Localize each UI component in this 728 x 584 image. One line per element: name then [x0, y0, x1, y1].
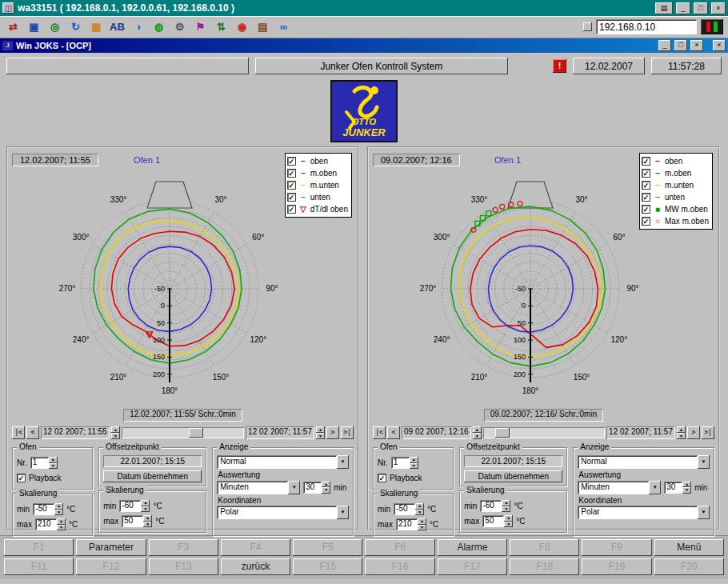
- function-key-f19[interactable]: F19: [582, 558, 651, 575]
- maximize-button[interactable]: □: [694, 2, 708, 14]
- function-key-zurück[interactable]: zurück: [221, 558, 290, 575]
- offset-max-spinner[interactable]: 50 ▲ ▼: [122, 515, 152, 527]
- minimize-button[interactable]: _: [676, 2, 690, 14]
- network-icon[interactable]: ◍: [149, 18, 169, 36]
- scroll-track[interactable]: [122, 427, 244, 438]
- spin-up-icon[interactable]: ▲: [111, 426, 120, 433]
- legend-item[interactable]: ✓–m.oben: [642, 167, 709, 179]
- spin-up-icon[interactable]: ▲: [415, 503, 424, 510]
- legend-item[interactable]: ✓–unten: [287, 191, 348, 203]
- function-key-alarme[interactable]: Alarme: [438, 539, 507, 556]
- function-key-f15[interactable]: F15: [293, 558, 362, 575]
- function-key-f6[interactable]: F6: [365, 539, 434, 556]
- legend-item[interactable]: ✓▽dT/dl oben: [287, 203, 348, 215]
- legend-item[interactable]: ✓–m.unten: [287, 179, 348, 191]
- spin-down-icon[interactable]: ▼: [418, 525, 426, 531]
- app-close-button[interactable]: ×: [690, 40, 703, 51]
- window-icon[interactable]: ▣: [24, 18, 44, 36]
- function-key-f11[interactable]: F11: [4, 558, 74, 575]
- layout-icon[interactable]: ▤: [253, 18, 273, 36]
- legend-checkbox[interactable]: ✓: [642, 217, 650, 226]
- scroll-next-button[interactable]: >: [326, 426, 339, 439]
- furnace-number-spinner[interactable]: 1 ▲ ▼: [30, 457, 58, 469]
- spin-up-icon[interactable]: ▲: [49, 457, 58, 463]
- scale-min-spinner[interactable]: -50 ▲ ▼: [33, 503, 63, 515]
- scroll-first-button[interactable]: |<: [12, 426, 25, 439]
- chevron-down-icon[interactable]: ▼: [337, 506, 349, 519]
- spin-down-icon[interactable]: ▼: [143, 522, 152, 528]
- apply-date-button[interactable]: Datum übernehmen: [464, 470, 562, 482]
- spin-down-icon[interactable]: ▼: [49, 463, 58, 470]
- refresh-icon[interactable]: ↻: [66, 18, 86, 36]
- spin-up-icon[interactable]: ▲: [677, 426, 686, 433]
- evaluation-select[interactable]: Minuten ▼: [578, 481, 661, 494]
- scale-max-spinner[interactable]: 210 ▲ ▼: [396, 518, 426, 530]
- spin-up-icon[interactable]: ▲: [57, 518, 66, 525]
- map-icon[interactable]: ▦: [86, 18, 106, 36]
- playback-checkbox[interactable]: ✓: [378, 474, 386, 482]
- spin-down-icon[interactable]: ▼: [316, 433, 325, 439]
- spin-down-icon[interactable]: ▼: [141, 506, 150, 513]
- chevron-down-icon[interactable]: ▼: [698, 506, 710, 519]
- spin-down-icon[interactable]: ▼: [54, 510, 63, 516]
- spin-down-icon[interactable]: ▼: [504, 522, 513, 528]
- display-mode-select[interactable]: Normal ▼: [217, 455, 349, 469]
- function-key-f16[interactable]: F16: [365, 558, 434, 575]
- function-key-f8[interactable]: F8: [510, 539, 579, 556]
- child-close-button[interactable]: ×: [713, 40, 726, 51]
- legend-item[interactable]: ✓–oben: [287, 155, 348, 167]
- end-date-spinner[interactable]: ▲ ▼: [316, 426, 325, 439]
- spin-down-icon[interactable]: ▼: [682, 487, 691, 494]
- legend-checkbox[interactable]: ✓: [642, 205, 650, 214]
- tools-icon[interactable]: ⚙: [170, 18, 190, 36]
- scroll-prev-button[interactable]: <: [26, 426, 39, 439]
- function-key-f13[interactable]: F13: [149, 558, 218, 575]
- globe-icon[interactable]: ◎: [45, 18, 65, 36]
- window-menu-button[interactable]: ▤: [655, 2, 673, 14]
- legend-checkbox[interactable]: ✓: [287, 181, 296, 190]
- legend-item[interactable]: ✓–m.unten: [642, 179, 709, 191]
- app-minimize-button[interactable]: _: [658, 40, 671, 51]
- scroll-last-button[interactable]: >|: [341, 426, 354, 439]
- interval-spinner[interactable]: 30 ▲ ▼: [303, 482, 330, 494]
- alarm-indicator-icon[interactable]: !: [553, 59, 566, 73]
- connect-icon[interactable]: ⇄: [3, 18, 23, 36]
- legend-item[interactable]: ✓○Max m.oben: [642, 215, 709, 227]
- start-date-spinner[interactable]: ▲ ▼: [111, 426, 120, 439]
- legend-checkbox[interactable]: ✓: [287, 205, 296, 214]
- legend-item[interactable]: ✓–unten: [642, 191, 709, 203]
- spin-up-icon[interactable]: ▲: [410, 457, 418, 463]
- coordinates-select[interactable]: Polar ▼: [217, 506, 349, 519]
- scale-min-spinner[interactable]: -50 ▲ ▼: [394, 503, 424, 515]
- function-key-parameter[interactable]: Parameter: [76, 539, 146, 556]
- scroll-thumb[interactable]: [189, 428, 203, 438]
- spin-down-icon[interactable]: ▼: [57, 525, 66, 531]
- offset-max-spinner[interactable]: 50 ▲ ▼: [482, 515, 513, 527]
- spin-up-icon[interactable]: ▲: [54, 503, 63, 510]
- spin-up-icon[interactable]: ▲: [143, 515, 152, 522]
- end-date-spinner[interactable]: ▲ ▼: [677, 426, 686, 439]
- titlebar[interactable]: ◫ wa33151 ( 192.168.0.1, 192.0.0.61, 192…: [0, 0, 728, 16]
- spin-up-icon[interactable]: ▲: [418, 518, 426, 525]
- legend-checkbox[interactable]: ✓: [642, 169, 650, 178]
- close-button[interactable]: ×: [711, 2, 726, 14]
- spin-up-icon[interactable]: ▲: [316, 426, 325, 433]
- function-key-f20[interactable]: F20: [654, 558, 724, 575]
- spin-up-icon[interactable]: ▲: [504, 515, 513, 522]
- spin-down-icon[interactable]: ▼: [322, 487, 330, 494]
- furnace-number-spinner[interactable]: 1 ▲ ▼: [391, 457, 418, 469]
- coordinates-select[interactable]: Polar ▼: [578, 506, 710, 519]
- function-key-f1[interactable]: F1: [4, 539, 74, 556]
- spin-down-icon[interactable]: ▼: [415, 510, 424, 516]
- apply-date-button[interactable]: Datum übernehmen: [103, 470, 202, 482]
- scroll-thumb[interactable]: [495, 428, 510, 438]
- legend-checkbox[interactable]: ✓: [287, 157, 296, 166]
- legend-item[interactable]: ✓–oben: [642, 155, 709, 167]
- legend-checkbox[interactable]: ✓: [287, 193, 296, 202]
- scroll-first-button[interactable]: |<: [373, 426, 386, 439]
- address-input[interactable]: [596, 19, 697, 34]
- legend-checkbox[interactable]: ✓: [287, 169, 296, 178]
- legend-checkbox[interactable]: ✓: [642, 181, 650, 190]
- connection-status-indicator[interactable]: [701, 19, 723, 34]
- chevron-down-icon[interactable]: ▼: [337, 455, 349, 469]
